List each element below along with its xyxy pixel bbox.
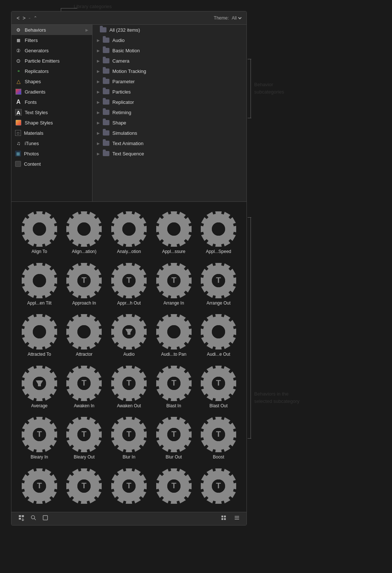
sidebar-item-photos[interactable]: ▦ Photos (11, 148, 92, 159)
behavior-item-approach-in[interactable]: T Approach In (64, 261, 105, 309)
itunes-label: iTunes (25, 141, 88, 146)
svg-text:T: T (216, 429, 221, 439)
behavior-item-awaken-in[interactable]: T Awaken In (64, 363, 105, 411)
behavior-item-blast-in[interactable]: T Blast In (153, 363, 195, 411)
sidebar-item-gradients[interactable]: Gradients (11, 87, 92, 97)
behavior-item-average[interactable]: Average (19, 363, 60, 411)
behavior-label-awaken-out: Awaken Out (117, 403, 141, 409)
gradients-label: Gradients (25, 89, 88, 95)
grid-view-button[interactable] (218, 514, 230, 523)
subcat-replicator[interactable]: ▶ Replicator (92, 97, 246, 107)
sidebar-item-filters[interactable]: ▦ Filters (11, 35, 92, 45)
subcat-text-animation[interactable]: ▶ Text Animation (92, 138, 246, 148)
subcat-parameter[interactable]: ▶ Parameter (92, 76, 246, 87)
sidebar-item-shape-styles[interactable]: Shape Styles (11, 117, 92, 128)
svg-text:T: T (216, 378, 221, 387)
svg-point-5 (33, 274, 46, 287)
behavior-item-apply-pressure[interactable]: Appl...ssure (153, 209, 195, 257)
behavior-item-audio[interactable]: Audio (108, 312, 150, 360)
behavior-gear-blur-in: T (111, 417, 147, 452)
behavior-item-blast-out[interactable]: T Blast Out (198, 363, 239, 411)
sidebar-item-generators[interactable]: ② Generators (11, 45, 92, 56)
behavior-item-bottom-row-1[interactable]: T (19, 466, 60, 508)
list-view-button[interactable] (231, 514, 243, 523)
behavior-label-arrange-out: Arrange Out (207, 300, 231, 306)
behavior-item-awaken-out[interactable]: T Awaken Out (108, 363, 150, 411)
behavior-item-bottom-row-5[interactable]: T (198, 466, 239, 508)
behavior-item-analyze-motion[interactable]: Analy...otion (108, 209, 150, 257)
search-button[interactable] (28, 514, 39, 523)
sidebar-item-text-styles[interactable]: A Text Styles (11, 107, 92, 117)
text-styles-label: Text Styles (25, 110, 88, 115)
behavior-item-bleary-in[interactable]: T Bleary In (19, 415, 60, 463)
behavior-item-apply-speed[interactable]: Appl...Speed (198, 209, 239, 257)
behavior-item-bottom-row-3[interactable]: T (108, 466, 150, 508)
theme-dropdown[interactable]: All (230, 15, 243, 21)
subcat-shape[interactable]: ▶ Shape (92, 117, 246, 128)
behavior-label-audio: Audio (123, 352, 135, 358)
subcat-parameter-arrow: ▶ (97, 80, 100, 84)
back-button[interactable]: < (15, 14, 21, 22)
behavior-item-bottom-row-4[interactable]: T (153, 466, 195, 508)
subcat-retiming[interactable]: ▶ Retiming (92, 107, 246, 117)
behavior-label-blur-out: Blur Out (166, 454, 182, 460)
shapes-icon: △ (15, 78, 22, 85)
subcat-basic-motion[interactable]: ▶ Basic Motion (92, 45, 246, 56)
subcat-simulations[interactable]: ▶ Simulations (92, 128, 246, 138)
sidebar-item-particle-emitters[interactable]: ⊙ Particle Emitters (11, 56, 92, 66)
behavior-item-audio-out[interactable]: Audi...e Out (198, 312, 239, 360)
behavior-item-attractor[interactable]: Attractor (64, 312, 105, 360)
sidebar-item-itunes[interactable]: ♫ iTunes (11, 138, 92, 148)
subcat-basic-motion-label: Basic Motion (112, 48, 140, 53)
subcat-text-sequence[interactable]: ▶ Text Sequence (92, 148, 246, 159)
behavior-label-align-animation: Align...ation) (72, 249, 97, 255)
behavior-label-boost: Boost (213, 454, 224, 460)
forward-button[interactable]: > (21, 14, 27, 22)
behavior-item-audio-to-pan[interactable]: Audi...to Pan (153, 312, 195, 360)
sidebar-item-fonts[interactable]: A Fonts (11, 97, 92, 107)
behavior-gear-apply-pressure (156, 211, 192, 247)
svg-rect-50 (19, 515, 21, 517)
replicators-icon: ⚭ (15, 68, 22, 74)
theme-selector[interactable]: Theme: All (214, 15, 243, 21)
shape-styles-label: Shape Styles (25, 120, 88, 126)
behavior-item-blur-in[interactable]: T Blur In (108, 415, 150, 463)
behavior-gear-bottom-row-2: T (66, 468, 102, 504)
subcat-camera-label: Camera (112, 58, 129, 64)
sidebar-item-materials[interactable]: □ Materials (11, 128, 92, 138)
sidebar-item-content[interactable]: Content (11, 159, 92, 169)
behavior-item-bleary-out[interactable]: T Bleary Out (64, 415, 105, 463)
sidebar-item-replicators[interactable]: ⚭ Replicators (11, 66, 92, 76)
behavior-item-blur-out[interactable]: T Blur Out (153, 415, 195, 463)
behavior-item-align-animation[interactable]: Align...ation) (64, 209, 105, 257)
svg-text:T: T (37, 481, 42, 490)
preview-button[interactable] (39, 514, 51, 523)
behavior-item-bottom-row-2[interactable]: T (64, 466, 105, 508)
subcat-replicator-label: Replicator (112, 99, 134, 105)
subcat-all-label: All (232 items) (109, 27, 140, 33)
categories-list: ⚙ Behaviors ▶ ▦ Filters ② Generators ⊙ P… (11, 25, 92, 201)
subcat-all[interactable]: All (232 items) (92, 25, 246, 35)
behavior-item-arrange-in[interactable]: T Arrange In (153, 261, 195, 309)
svg-rect-58 (224, 516, 226, 517)
behaviors-label: Behaviors (25, 27, 85, 33)
sort-arrows[interactable]: ⌃ (34, 15, 37, 21)
sidebar-item-shapes[interactable]: △ Shapes (11, 76, 92, 87)
subcat-camera-folder-icon (103, 58, 109, 63)
subcat-particles[interactable]: ▶ Particles (92, 87, 246, 97)
subcat-camera[interactable]: ▶ Camera (92, 56, 246, 66)
behavior-item-boost[interactable]: T Boost (198, 415, 239, 463)
sidebar-item-behaviors[interactable]: ⚙ Behaviors ▶ (11, 25, 92, 35)
behavior-label-bleary-out: Bleary Out (74, 454, 95, 460)
behavior-item-apply-en-tilt[interactable]: Appl...en Tilt (19, 261, 60, 309)
behavior-item-approach-out[interactable]: T Appr...h Out (108, 261, 150, 309)
import-button[interactable] (15, 514, 28, 523)
subcat-audio[interactable]: ▶ Audio (92, 35, 246, 45)
subcat-motion-tracking[interactable]: ▶ Motion Tracking (92, 66, 246, 76)
behavior-item-align-to[interactable]: Align To (19, 209, 60, 257)
svg-point-18 (167, 325, 181, 338)
behavior-item-arrange-out[interactable]: T Arrange Out (198, 261, 239, 309)
behavior-item-attracted-to[interactable]: Attracted To (19, 312, 60, 360)
materials-label: Materials (24, 130, 88, 136)
behavior-gear-attracted-to (22, 314, 57, 349)
